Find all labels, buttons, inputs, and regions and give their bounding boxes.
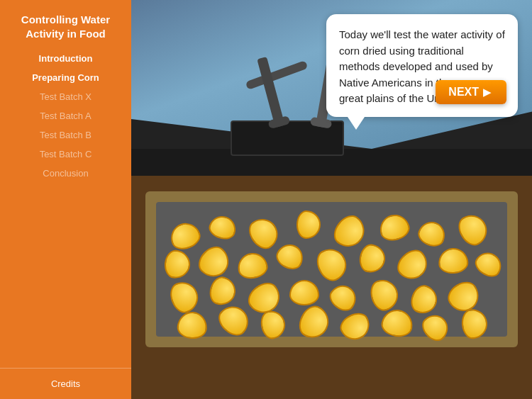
sidebar: Controlling Water Activity in Food Intro…: [0, 0, 131, 399]
corn-kernel: [163, 249, 192, 280]
corn-kernel: [193, 241, 235, 283]
corn-kernel: [392, 245, 433, 286]
tray-inner: [156, 202, 507, 337]
corn-kernel: [326, 280, 362, 315]
sidebar-item-conclusion[interactable]: Conclusion: [0, 164, 131, 183]
speech-bubble: Today we'll test the water activity of c…: [326, 14, 518, 117]
corn-kernel: [460, 308, 489, 340]
sidebar-item-test-batch-c[interactable]: Test Batch C: [0, 145, 131, 164]
corn-kernel: [206, 213, 239, 242]
corn-kernel: [312, 244, 352, 286]
corn-kernel: [235, 251, 270, 281]
corn-kernel: [214, 300, 255, 341]
corn-kernel: [407, 282, 441, 317]
corn-kernel: [244, 213, 284, 254]
sidebar-item-intro[interactable]: Introduction: [0, 49, 131, 68]
sidebar-item-test-batch-b[interactable]: Test Batch B: [0, 125, 131, 145]
corn-kernel: [438, 247, 470, 275]
next-button[interactable]: NEXT: [436, 80, 506, 104]
corn-kernel: [258, 308, 287, 341]
main-content: Today we'll test the water activity of c…: [131, 0, 532, 399]
corn-kernel: [471, 247, 506, 281]
corn-kernel: [358, 242, 388, 275]
corn-kernel: [167, 219, 204, 253]
sidebar-item-test-batch-x[interactable]: Test Batch X: [0, 87, 131, 106]
corn-kernel: [377, 211, 412, 244]
scene: Today we'll test the water activity of c…: [131, 0, 532, 399]
sidebar-item-preparing-corn[interactable]: Preparing Corn: [0, 68, 131, 87]
corn-kernel: [166, 278, 202, 317]
corn-kernel: [367, 276, 402, 314]
corn-kernel: [289, 280, 319, 305]
sidebar-title: Controlling Water Activity in Food: [0, 7, 131, 49]
corn-kernel: [453, 209, 492, 249]
credits-button[interactable]: Credits: [0, 368, 131, 399]
corn-kernel: [415, 218, 449, 250]
corn-kernel: [379, 307, 415, 339]
corn-kernel: [206, 274, 239, 308]
corn-kernel: [272, 240, 307, 274]
sidebar-item-test-batch-a[interactable]: Test Batch A: [0, 106, 131, 125]
corn-kernel: [176, 310, 208, 340]
corn-kernel: [297, 210, 321, 240]
